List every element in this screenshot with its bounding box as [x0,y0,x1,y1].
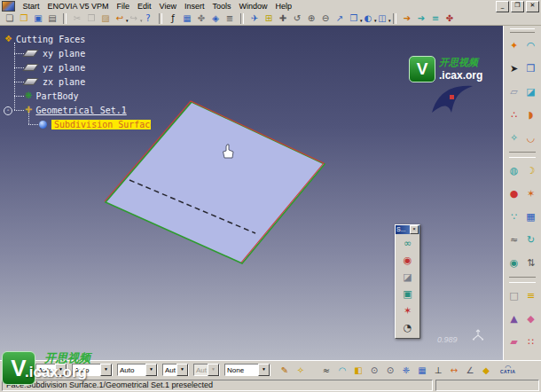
render-wireframe-button[interactable]: ◫▾ [376,12,389,25]
menu-window[interactable]: Window [235,2,271,11]
open-folder-button[interactable]: ❐ [18,12,31,25]
paste-button[interactable]: ▨ [99,12,113,25]
select-cursor-icon[interactable]: ➤ [506,58,522,81]
iso-view-button[interactable]: ❒▾ [348,12,361,25]
geometrical-set-node[interactable]: -✚Geometrical Set.1 [2,103,197,117]
print-button[interactable]: ▤ [46,12,59,25]
curvature-analysis-icon[interactable]: ◠ [335,364,349,377]
yz-plane-node[interactable]: yz plane [2,60,197,74]
combo-arrow-icon[interactable]: ▼ [258,364,270,376]
xy-plane-node[interactable]: xy plane [2,46,197,60]
save-button[interactable]: ▣ [32,12,45,25]
pan-button[interactable]: ✚ [277,12,290,25]
menu-tools[interactable]: Tools [208,2,235,11]
layers-tool-icon[interactable]: ≡ [522,285,539,308]
view-plane-icon[interactable]: ▱ [506,81,522,104]
filter-combo[interactable]: None▼ [224,364,270,376]
toolbar-drag-handle[interactable] [510,28,535,33]
partbody-node[interactable]: ❋PartBody [2,89,197,103]
render-style-button[interactable]: ◐▾ [362,12,375,25]
sweep-surface-icon[interactable]: ◗ [522,104,539,127]
walk-axis-icon[interactable]: ⊥ [431,364,445,377]
magnifier-icon[interactable]: ⊙ [367,364,381,377]
design-table-button[interactable]: ▦ [181,12,194,25]
star-surface-icon[interactable]: ✶ [522,183,539,206]
dropdown-arrow-icon[interactable]: ▾ [388,14,391,27]
moon-surface-icon[interactable]: ☽ [522,160,539,183]
square-tool-icon[interactable]: □ [506,285,522,308]
dots-tool-icon[interactable]: ∷ [522,331,539,354]
cluster-tool-icon[interactable]: ∵ [506,206,522,229]
close-icon[interactable]: × [410,225,419,234]
curve-tool-icon[interactable]: ≈ [506,229,522,252]
curve-analysis-icon[interactable]: ≈ [319,364,333,377]
surface-pink-icon[interactable]: ▰ [506,331,522,354]
menu-file[interactable]: File [113,2,134,11]
whats-this-button[interactable]: ? [142,12,155,25]
3d-viewport[interactable]: ❖Cutting Facesxy planeyz planezx plane❋P… [0,26,503,360]
grid-pattern-icon[interactable]: ▦ [522,206,539,229]
axis-system-icon[interactable] [469,328,487,346]
grid-magnifier-icon[interactable]: ▦ [415,364,429,377]
zoom-out-button[interactable]: ⊖ [319,12,333,25]
ball-tool-icon[interactable]: ◉ [506,252,522,275]
face-tool-icon[interactable]: ◆ [522,308,539,331]
cutting-faces-node[interactable]: ❖Cutting Faces [2,32,197,46]
paint-properties-icon[interactable]: ✎ [278,364,292,377]
menu-insert[interactable]: Insert [180,2,208,11]
face-modify-button[interactable]: ◉ [398,252,417,269]
subdivision-spheres-button[interactable]: ∞ [398,235,417,252]
tree-label: zx plane [43,77,85,87]
draft-analysis-icon[interactable]: ◧ [351,364,365,377]
layers-button[interactable]: ≡ [429,12,443,25]
filter-combo[interactable]: Aut▼ [162,364,189,376]
point-xyz-icon[interactable]: ∴ [506,104,522,127]
swap-visible-space-button[interactable]: ➔ [415,12,428,25]
subdivision-surface-node[interactable]: Subdivision Surface.1 [2,117,197,131]
catalog-button[interactable]: ✤ [443,12,457,25]
zoom-in-button[interactable]: ⊕ [305,12,318,25]
combo-arrow-icon[interactable]: ▼ [176,364,188,376]
fly-mode-button[interactable]: ✈ [248,12,262,25]
menu-start[interactable]: Start [19,2,43,11]
swirl-tool-icon[interactable]: ↻ [522,229,539,252]
measure-between-icon[interactable]: ↔ [447,364,461,377]
expander-icon[interactable]: - [4,106,12,115]
menu-help[interactable]: Help [271,2,296,11]
combo-arrow-icon[interactable]: ▼ [145,364,157,376]
zx-plane-node[interactable]: zx plane [2,74,197,89]
menu-edit[interactable]: Edit [134,2,156,11]
workbench-icon[interactable]: ✦ [506,35,522,58]
magnifier-rotate-icon[interactable]: ⊙ [383,364,397,377]
spray-tool-icon[interactable]: ✧ [506,127,522,150]
measure-item-icon[interactable]: ∠ [463,364,477,377]
menu-enovia-v5-vpm[interactable]: ENOVIA V5 VPM [43,2,113,11]
new-document-button[interactable]: ❏ [4,12,17,25]
hide-show-button[interactable]: ➔ [401,12,414,25]
compass-3d-icon[interactable]: ❈ [399,364,413,377]
normal-view-button[interactable]: ↗ [333,12,347,25]
arrows-tool-icon[interactable]: ⇅ [522,252,539,275]
wizard-icon[interactable]: ✧ [294,364,308,377]
knowledge-relations-button[interactable]: ✤ [195,12,208,25]
formula-fx-button[interactable]: ƒ [167,12,180,25]
mass-properties-icon[interactable]: ◆ [479,364,493,377]
ball-red-icon[interactable]: ● [506,183,522,206]
fit-all-in-button[interactable]: ⊞ [263,12,276,25]
floating-toolbar-titlebar[interactable]: S... × [396,225,419,234]
net-surface-icon[interactable]: ◡ [522,127,539,150]
dome-surface-icon[interactable]: ◠ [522,35,539,58]
rules-button[interactable]: ≣ [223,12,237,25]
sphere-tool-icon[interactable]: ◍ [506,160,522,183]
lock-parameter-button[interactable]: ◈ [209,12,223,25]
cone-tool-icon[interactable]: ▲ [506,308,522,331]
menu-view[interactable]: View [155,2,180,11]
box-subdivision-button[interactable]: ▣ [398,286,417,302]
cube-tool-icon[interactable]: ❒ [522,58,539,81]
surface-group-icon[interactable]: ◪ [522,81,539,104]
auto-update-button[interactable]: ◔ [398,319,417,336]
rotate-button[interactable]: ↺ [291,12,304,25]
vertex-star-button[interactable]: ✶ [398,302,417,319]
surface-edit-button[interactable]: ◪ [398,269,417,286]
undo-button[interactable]: ↩▾ [114,12,127,25]
